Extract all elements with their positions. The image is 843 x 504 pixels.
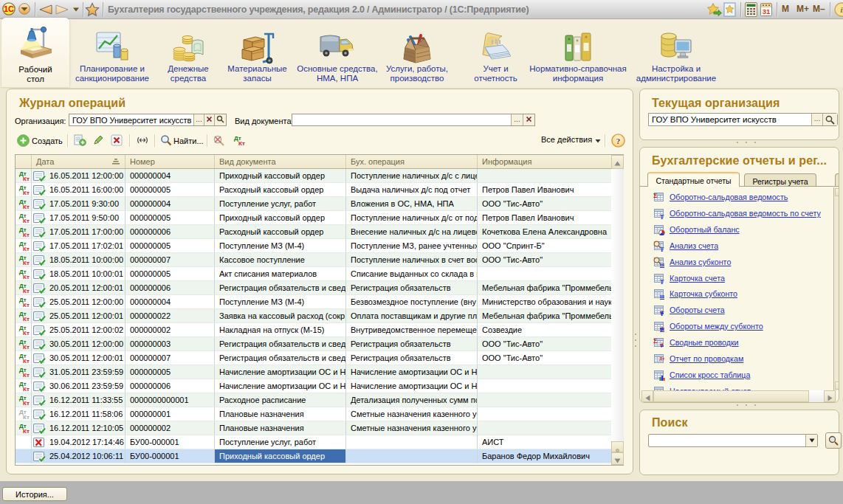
svg-text:Кт: Кт [238,140,245,146]
svg-text:Т: Т [660,279,664,284]
svg-text:i: i [840,5,843,14]
svg-text:Т: Т [660,311,664,316]
svg-text:31: 31 [763,7,771,15]
svg-text:Σ: Σ [653,192,658,199]
svg-text:?: ? [616,137,621,145]
svg-text:Σ: Σ [653,337,658,345]
svg-text:Т: Т [660,246,664,252]
svg-text:Т: Т [660,214,664,219]
svg-text:1С: 1С [4,4,14,13]
svg-text:Дт: Дт [659,356,664,361]
